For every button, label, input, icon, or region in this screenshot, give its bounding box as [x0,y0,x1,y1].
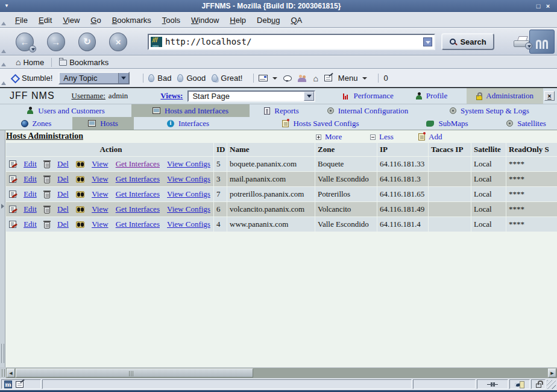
tab-users-and-customers[interactable]: Users and Customers [0,104,131,117]
stumble-home-button[interactable]: ⌂ [313,74,318,83]
toolbar-grippy-icon[interactable] [1,22,6,25]
view-link[interactable]: View [92,220,108,229]
binoculars-icon[interactable] [76,161,84,168]
rate-good-button[interactable]: Good [177,74,206,83]
get-interfaces-link[interactable]: Get Interfaces [116,159,160,169]
mozilla-icon[interactable] [4,381,12,388]
view-configs-link[interactable]: View Configs [167,204,210,214]
sidebar-splitter[interactable] [0,130,5,368]
window-menu-icon[interactable]: ▼ [4,4,9,8]
edit-icon[interactable] [9,221,16,228]
binoculars-icon[interactable] [76,221,84,228]
edit-link[interactable]: Edit [24,189,37,199]
view-configs-link[interactable]: View Configs [167,189,210,199]
tab-interfaces[interactable]: Interfaces [134,117,242,130]
stumble-button[interactable]: Stumble! [11,74,52,83]
mozilla-throbber-logo[interactable] [529,30,555,54]
menu-bookmarks[interactable]: Bookmarks [107,14,157,27]
menu-tools[interactable]: Tools [157,14,186,27]
edit-link[interactable]: Edit [24,204,37,214]
get-interfaces-link[interactable]: Get Interfaces [116,220,160,229]
horizontal-scrollbar[interactable]: ◀ ▶ [0,367,557,378]
comments-button[interactable] [283,75,292,81]
stumble-menu-button[interactable]: Menu [338,74,368,83]
less-link[interactable]: Less [370,132,394,142]
del-link[interactable]: Del [57,159,69,169]
tab-zones[interactable]: Zones [0,117,72,130]
menu-window[interactable]: Window [186,14,224,27]
toolbar-grippy-icon[interactable] [1,49,6,53]
menu-edit[interactable]: Edit [33,14,57,27]
topic-select[interactable]: Any Topic [58,72,130,84]
profile-link[interactable]: Profile [415,91,447,101]
add-link[interactable]: Add [418,132,442,142]
url-dropdown-button[interactable] [423,37,432,46]
trash-icon[interactable] [44,207,50,213]
edit-icon[interactable] [9,206,16,213]
maximize-button[interactable]: □ [533,2,543,10]
more-link[interactable]: More [316,132,342,142]
edit-icon[interactable] [9,175,16,183]
view-link[interactable]: View [92,204,108,214]
close-view-button[interactable]: × [544,91,555,101]
forward-button[interactable]: → [47,33,65,51]
chevron-down-icon[interactable] [118,73,128,83]
view-configs-link[interactable]: View Configs [167,220,210,229]
search-button[interactable]: Search [441,33,494,50]
messages-button[interactable] [259,75,277,81]
tab-submaps[interactable]: SubMaps [399,117,496,130]
trash-icon[interactable] [44,192,50,198]
binoculars-icon[interactable] [76,206,84,213]
menu-view[interactable]: View [57,14,85,27]
menu-debug[interactable]: Debug [251,14,285,27]
del-link[interactable]: Del [57,204,69,214]
print-dropdown[interactable] [525,42,532,49]
edit-link[interactable]: Edit [24,174,37,184]
view-link[interactable]: View [92,174,108,184]
friends-button[interactable] [298,75,307,82]
print-button[interactable] [514,36,529,47]
trash-icon[interactable] [44,162,50,168]
get-interfaces-link[interactable]: Get Interfaces [116,204,160,214]
toolbar-grippy-icon[interactable] [1,63,6,66]
edit-link[interactable]: Edit [24,220,37,229]
stop-button[interactable]: × [109,33,127,51]
del-link[interactable]: Del [57,220,69,229]
menu-file[interactable]: File [10,14,33,27]
administration-link[interactable]: Administration [467,88,543,104]
composer-icon[interactable] [16,381,24,388]
performance-link[interactable]: Performance [342,91,393,101]
cookie-panel[interactable] [509,379,530,389]
edit-icon[interactable] [9,160,16,168]
back-button[interactable]: ← [16,33,34,51]
scroll-left-button[interactable]: ◀ [7,368,15,378]
tab-hosts-and-interfaces[interactable]: Hosts and Interfaces [131,104,250,117]
del-link[interactable]: Del [57,189,69,199]
back-history-dropdown[interactable] [29,45,36,52]
edit-icon[interactable] [9,191,16,198]
tab-hosts-saved-configs[interactable]: Hosts Saved Configs [242,117,399,130]
home-button[interactable]: ⌂ Home [13,58,46,67]
toolbar-grippy-icon[interactable] [1,81,6,85]
url-input[interactable]: http://localhost/ [165,37,420,46]
del-link[interactable]: Del [57,174,69,184]
get-interfaces-link[interactable]: Get Interfaces [116,174,160,184]
scroll-right-button[interactable]: ▶ [548,368,556,378]
rate-bad-button[interactable]: Bad [148,74,171,83]
views-select[interactable]: Start Page [187,90,315,102]
tab-hosts[interactable]: Hosts [72,117,134,130]
chevron-down-icon[interactable] [304,92,314,101]
scrollbar-thumb[interactable] [16,368,253,378]
edit-link[interactable]: Edit [24,159,37,169]
url-bar[interactable]: http://localhost/ [148,34,435,50]
menu-qa[interactable]: QA [285,14,307,27]
online-status-panel[interactable] [477,379,508,389]
view-link[interactable]: View [92,189,108,199]
view-configs-link[interactable]: View Configs [167,159,210,169]
menu-help[interactable]: Help [224,14,251,27]
binoculars-icon[interactable] [76,176,84,183]
security-panel[interactable] [531,379,546,389]
tab-satellites[interactable]: Satellites [496,117,557,130]
resize-grip[interactable] [547,380,556,389]
tab-system-setup-logs[interactable]: System Setup & Logs [422,104,557,117]
